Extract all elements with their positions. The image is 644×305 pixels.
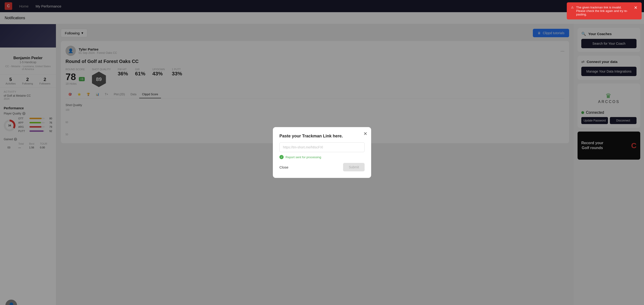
error-toast: ⚠ The given trackman link is invalid. Pl… bbox=[567, 2, 642, 20]
toast-icon: ⚠ bbox=[571, 6, 574, 9]
toast-close-button[interactable]: ✕ bbox=[634, 6, 638, 10]
modal-success-message: ✓ Report sent for processing bbox=[280, 155, 364, 159]
modal-overlay[interactable]: Paste your Trackman Link here. ✕ ✓ Repor… bbox=[0, 0, 644, 305]
modal-footer: Close Submit bbox=[280, 163, 364, 171]
modal-submit-button[interactable]: Submit bbox=[343, 163, 364, 171]
toast-message: The given trackman link is invalid. Plea… bbox=[576, 6, 632, 16]
trackman-link-input[interactable] bbox=[280, 142, 364, 152]
modal-title: Paste your Trackman Link here. bbox=[280, 134, 364, 138]
success-text: Report sent for processing bbox=[286, 156, 321, 159]
trackman-modal: Paste your Trackman Link here. ✕ ✓ Repor… bbox=[273, 127, 371, 178]
modal-close-button[interactable]: Close bbox=[280, 165, 288, 169]
success-check-icon: ✓ bbox=[280, 155, 284, 159]
modal-close-x-button[interactable]: ✕ bbox=[364, 131, 368, 136]
